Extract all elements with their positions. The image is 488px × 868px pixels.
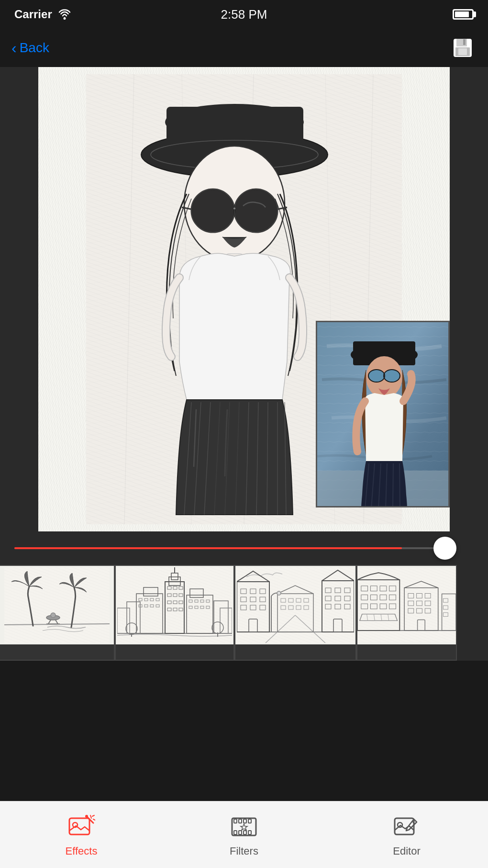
editor-icon-wrap xyxy=(392,812,421,841)
svg-line-58 xyxy=(399,463,400,507)
editor-tab-label: Editor xyxy=(393,845,420,857)
thumbnail-label xyxy=(0,644,114,660)
battery-icon xyxy=(453,9,474,20)
beach-sketch-thumbnail xyxy=(4,567,110,643)
svg-line-197 xyxy=(92,815,94,816)
thumbnail-item[interactable] xyxy=(115,565,234,661)
save-button[interactable] xyxy=(449,34,477,62)
thumbnail-inner xyxy=(357,566,456,644)
slider-thumb[interactable] xyxy=(433,537,456,560)
wifi-icon xyxy=(58,9,71,20)
main-image-area xyxy=(0,67,488,531)
svg-rect-199 xyxy=(234,819,237,823)
status-bar: Carrier 2:58 PM xyxy=(0,0,488,29)
svg-rect-202 xyxy=(248,819,251,823)
slider-area xyxy=(0,531,488,565)
thumbnail-label xyxy=(116,644,233,660)
street-sketch-thumbnail xyxy=(237,567,354,643)
svg-rect-203 xyxy=(234,831,237,834)
svg-rect-205 xyxy=(244,831,246,834)
svg-line-196 xyxy=(93,819,95,820)
back-arrow-icon: ‹ xyxy=(11,39,17,57)
svg-rect-191 xyxy=(69,818,89,834)
tab-filters[interactable]: Filters xyxy=(163,812,325,857)
thumbnail-item[interactable] xyxy=(356,565,457,661)
back-label: Back xyxy=(20,40,49,56)
svg-rect-157 xyxy=(357,568,456,643)
sketch-background xyxy=(38,67,450,531)
status-time: 2:58 PM xyxy=(221,7,267,22)
thumbnail-label xyxy=(235,644,355,660)
svg-rect-5 xyxy=(458,48,467,55)
original-photo-inset xyxy=(316,321,450,507)
filters-tab-label: Filters xyxy=(230,845,258,857)
thumbnail-inner xyxy=(235,566,355,644)
carrier-label: Carrier xyxy=(14,8,52,21)
svg-point-194 xyxy=(85,815,88,818)
svg-rect-204 xyxy=(239,831,242,834)
save-icon xyxy=(452,37,474,59)
effects-tab-label: Effects xyxy=(66,845,98,857)
svg-rect-200 xyxy=(239,819,242,823)
svg-line-195 xyxy=(90,815,91,818)
svg-point-154 xyxy=(277,591,281,595)
svg-rect-70 xyxy=(117,567,232,643)
thumbnail-strip xyxy=(0,565,488,661)
original-photo-svg xyxy=(317,322,450,507)
filters-icon xyxy=(230,814,258,839)
battery-fill xyxy=(455,11,469,17)
svg-rect-206 xyxy=(248,831,251,834)
editor-icon xyxy=(393,814,421,839)
corner-sketch-thumbnail xyxy=(357,567,456,643)
slider-fill xyxy=(14,547,402,549)
status-right xyxy=(453,9,474,20)
tab-bar: Effects Filters xyxy=(0,801,488,868)
svg-point-67 xyxy=(51,613,55,618)
status-left: Carrier xyxy=(14,8,71,21)
svg-rect-61 xyxy=(4,567,110,643)
svg-line-57 xyxy=(393,463,393,507)
nav-bar: ‹ Back xyxy=(0,29,488,67)
effects-icon xyxy=(67,814,95,839)
tab-editor[interactable]: Editor xyxy=(325,812,488,857)
svg-rect-3 xyxy=(463,39,466,45)
svg-rect-201 xyxy=(244,819,246,823)
back-button[interactable]: ‹ Back xyxy=(11,39,49,57)
filters-icon-wrap xyxy=(230,812,258,841)
slider-track[interactable] xyxy=(14,547,445,549)
effects-icon-wrap xyxy=(67,812,96,841)
thumbnail-inner xyxy=(0,566,114,644)
svg-point-0 xyxy=(63,17,66,20)
tab-effects[interactable]: Effects xyxy=(0,812,163,857)
city-sketch-thumbnail xyxy=(117,567,232,643)
thumbnail-inner xyxy=(116,566,233,644)
thumbnail-item[interactable] xyxy=(234,565,356,661)
thumbnail-label xyxy=(357,644,456,660)
thumbnail-item[interactable] xyxy=(0,565,115,661)
